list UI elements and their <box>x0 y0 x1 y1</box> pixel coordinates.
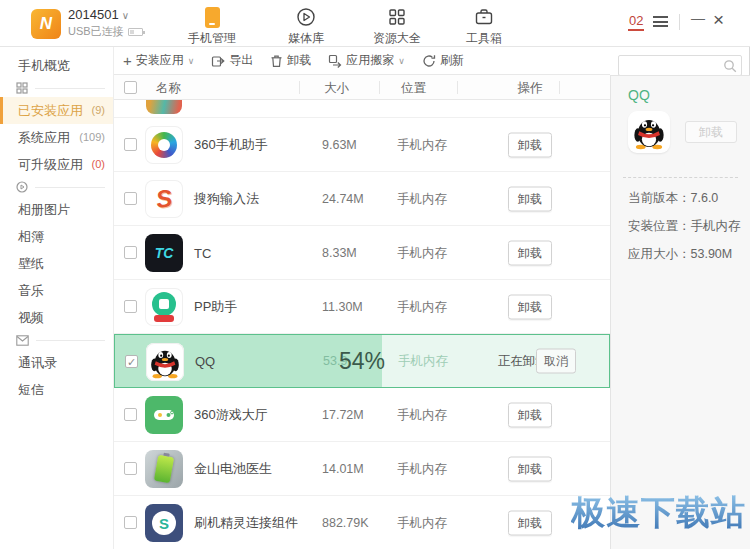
table-row-partial[interactable] <box>114 100 610 118</box>
minimize-button[interactable]: — <box>691 10 705 26</box>
field-label: 安装位置： <box>628 219 691 233</box>
device-info[interactable]: 2014501∨ USB已连接 <box>68 7 143 39</box>
column-separator <box>457 81 458 94</box>
app-location: 手机内存 <box>397 136 447 153</box>
field-value: 53.90M <box>691 247 733 261</box>
row-checkbox[interactable] <box>124 192 137 205</box>
row-checkbox[interactable] <box>124 246 137 259</box>
table-row[interactable]: 360手机助手 9.63M 手机内存 卸载 <box>114 118 610 172</box>
tab-resources[interactable]: 资源大全 <box>365 6 429 47</box>
app-name: TC <box>194 245 211 260</box>
menu-icon[interactable] <box>653 16 668 27</box>
export-button[interactable]: 导出 <box>211 52 253 69</box>
logo-letter: N <box>40 14 52 33</box>
sidebar-item-albums[interactable]: 相簿 <box>0 223 113 250</box>
refresh-button[interactable]: 刷新 <box>422 52 464 69</box>
search-icon[interactable] <box>723 59 737 73</box>
chevron-down-icon: ∨ <box>122 10 129 21</box>
table-row[interactable]: TC TC 8.33M 手机内存 卸载 <box>114 226 610 280</box>
sidebar-item-label: 已安装应用 <box>18 103 83 118</box>
column-separator <box>559 81 560 94</box>
sidebar-item-label: 音乐 <box>18 283 44 298</box>
plus-icon: + <box>123 55 132 67</box>
cancel-button[interactable]: 取消 <box>536 349 576 374</box>
field-label: 当前版本： <box>628 191 691 205</box>
uninstall-button[interactable]: 卸载 <box>270 52 311 69</box>
uninstall-row-button[interactable]: 卸载 <box>508 240 552 265</box>
sidebar-item-installed-apps[interactable]: 已安装应用 (9) <box>0 97 113 124</box>
detail-field-version: 当前版本：7.6.0 <box>628 190 750 207</box>
row-checkbox[interactable] <box>124 516 137 529</box>
install-app-button[interactable]: + 安装应用 ∨ <box>123 52 194 69</box>
uninstall-row-button[interactable]: 卸载 <box>508 132 552 157</box>
table-row-uninstalling-qq[interactable]: ✓ QQ 53.9 54% 手机内存 正在卸载 取消 <box>114 334 610 388</box>
column-header-name: 名称 <box>156 80 181 97</box>
uninstall-row-button[interactable]: 卸载 <box>508 510 552 535</box>
sidebar-item-system-apps[interactable]: 系统应用 (109) <box>0 124 113 151</box>
row-checkbox[interactable] <box>124 408 137 421</box>
select-all-checkbox[interactable] <box>124 81 137 94</box>
sidebar-item-upgradable-apps[interactable]: 可升级应用 (0) <box>0 151 113 178</box>
app-name: 金山电池医生 <box>194 460 272 478</box>
row-checkbox[interactable] <box>124 138 137 151</box>
table-row[interactable]: S 搜狗输入法 24.74M 手机内存 卸载 <box>114 172 610 226</box>
sidebar-item-album-photos[interactable]: 相册图片 <box>0 196 113 223</box>
app-name: 360手机助手 <box>194 136 268 154</box>
sidebar-section-media <box>0 178 113 196</box>
row-checkbox[interactable] <box>124 462 137 475</box>
icon-letter: S <box>159 515 169 532</box>
item-count: (9) <box>92 97 105 124</box>
app-icon-sogou: S <box>145 180 183 218</box>
close-button[interactable]: × <box>713 9 724 31</box>
item-count: (0) <box>92 151 105 178</box>
uninstall-progress-percent: 54% <box>295 348 385 375</box>
app-icon-360-game <box>145 396 183 434</box>
table-row[interactable]: S 刷机精灵连接组件 882.79K 手机内存 卸载 <box>114 496 610 549</box>
sidebar-item-label: 相簿 <box>18 229 44 244</box>
detail-app-icon-qq <box>628 111 670 153</box>
tab-toolbox[interactable]: 工具箱 <box>452 6 516 47</box>
table-row[interactable]: 金山电池医生 14.01M 手机内存 卸载 <box>114 442 610 496</box>
tab-phone-manage[interactable]: 手机管理 <box>180 6 244 47</box>
sidebar-item-label: 可升级应用 <box>18 157 83 172</box>
app-name: QQ <box>195 354 215 369</box>
sidebar-item-wallpaper[interactable]: 壁纸 <box>0 250 113 277</box>
uninstall-row-button[interactable]: 卸载 <box>508 456 552 481</box>
uninstall-row-button[interactable]: 卸载 <box>508 402 552 427</box>
dashed-divider <box>623 177 738 178</box>
toolbox-icon <box>452 6 516 28</box>
table-row[interactable]: PP助手 11.30M 手机内存 卸载 <box>114 280 610 334</box>
row-checkbox[interactable] <box>124 300 137 313</box>
sidebar-item-label: 壁纸 <box>18 256 44 271</box>
app-icon-360-assistant <box>145 126 183 164</box>
table-row[interactable]: 360游戏大厅 17.72M 手机内存 卸载 <box>114 388 610 442</box>
app-location: 手机内存 <box>397 244 447 261</box>
sidebar-item-overview[interactable]: 手机概览 <box>0 52 113 79</box>
search-input[interactable] <box>623 57 721 74</box>
device-name[interactable]: 2014501∨ <box>68 7 143 22</box>
notification-count[interactable]: 02 <box>628 13 644 31</box>
app-location: 手机内存 <box>397 298 447 315</box>
app-location: 手机内存 <box>397 406 447 423</box>
app-name: PP助手 <box>194 298 237 316</box>
app-location: 手机内存 <box>397 460 447 477</box>
phone-manager-window: N 2014501∨ USB已连接 手机管理 媒体库 资源大全 <box>0 0 750 549</box>
sidebar-item-video[interactable]: 视频 <box>0 304 113 331</box>
row-checkbox-checked[interactable]: ✓ <box>125 355 138 368</box>
uninstall-row-button[interactable]: 卸载 <box>508 186 552 211</box>
app-name: 刷机精灵连接组件 <box>194 514 298 532</box>
detail-uninstall-button-disabled[interactable]: 卸载 <box>685 121 737 143</box>
app-list-panel: + 安装应用 ∨ 导出 卸载 应用搬家 ∨ 刷新 <box>114 47 610 549</box>
column-separator <box>299 81 300 94</box>
sidebar-item-music[interactable]: 音乐 <box>0 277 113 304</box>
app-move-button[interactable]: 应用搬家 ∨ <box>328 52 405 69</box>
column-header-size: 大小 <box>324 80 349 97</box>
tab-media-library[interactable]: 媒体库 <box>274 6 338 47</box>
sidebar-item-label: 短信 <box>18 382 44 397</box>
sidebar-item-contacts[interactable]: 通讯录 <box>0 349 113 376</box>
sidebar-item-sms[interactable]: 短信 <box>0 376 113 403</box>
field-value: 7.6.0 <box>691 191 719 205</box>
sidebar-item-label: 通讯录 <box>18 355 57 370</box>
tab-label: 媒体库 <box>274 30 338 47</box>
uninstall-row-button[interactable]: 卸载 <box>508 294 552 319</box>
